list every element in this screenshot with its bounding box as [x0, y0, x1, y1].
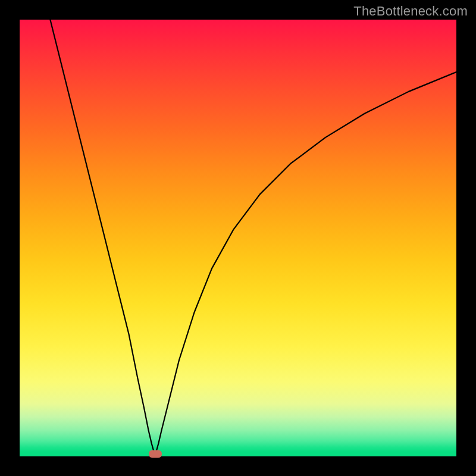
optimal-point-marker	[149, 450, 162, 458]
watermark-text: TheBottleneck.com	[353, 4, 468, 19]
bottleneck-curve	[20, 20, 456, 456]
plot-area	[20, 20, 456, 456]
